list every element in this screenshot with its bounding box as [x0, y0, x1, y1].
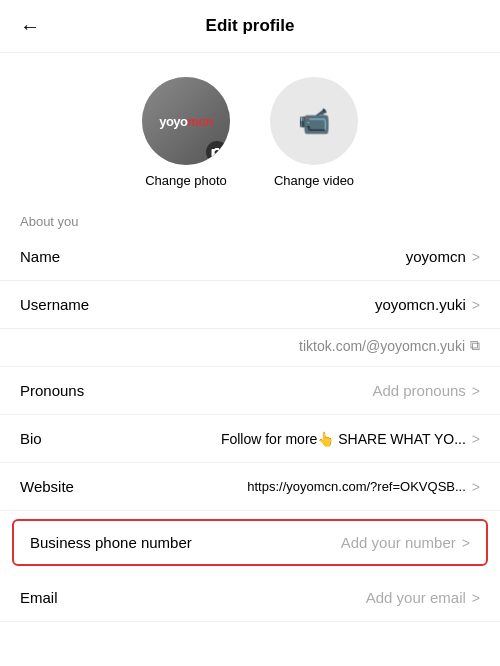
- avatar-logo: yoyomcn: [159, 114, 213, 129]
- pronouns-chevron-icon: >: [472, 383, 480, 399]
- email-value-group: Add your email >: [366, 589, 480, 606]
- change-photo-label: Change photo: [145, 173, 227, 188]
- url-row[interactable]: tiktok.com/@yoyomcn.yuki ⧉: [0, 329, 500, 367]
- pronouns-label: Pronouns: [20, 382, 100, 399]
- email-value: Add your email: [366, 589, 466, 606]
- username-value-group: yoyomcn.yuki >: [375, 296, 480, 313]
- video-camera-icon: 📹: [298, 106, 330, 137]
- avatar: yoyomcn: [142, 77, 230, 165]
- pronouns-value: Add pronouns: [372, 382, 465, 399]
- bio-value: Follow for more👆 SHARE WHAT YO...: [221, 431, 466, 447]
- business-phone-field-row[interactable]: Business phone number Add your number >: [14, 521, 486, 564]
- bio-chevron-icon: >: [472, 431, 480, 447]
- url-value-group: tiktok.com/@yoyomcn.yuki ⧉: [299, 337, 480, 354]
- website-field-row[interactable]: Website https://yoyomcn.com/?ref=OKVQSB.…: [0, 463, 500, 511]
- email-field-row[interactable]: Email Add your email >: [0, 574, 500, 622]
- business-phone-highlighted-border: Business phone number Add your number >: [12, 519, 488, 566]
- website-chevron-icon: >: [472, 479, 480, 495]
- username-label: Username: [20, 296, 100, 313]
- business-phone-value-group: Add your number >: [341, 534, 470, 551]
- change-video-button[interactable]: 📹 Change video: [270, 77, 358, 188]
- name-label: Name: [20, 248, 100, 265]
- change-video-label: Change video: [274, 173, 354, 188]
- business-phone-value: Add your number: [341, 534, 456, 551]
- back-button[interactable]: ←: [20, 15, 40, 38]
- url-value: tiktok.com/@yoyomcn.yuki: [299, 338, 465, 354]
- copy-icon: ⧉: [470, 337, 480, 354]
- change-photo-button[interactable]: yoyomcn Change photo: [142, 77, 230, 188]
- bio-value-group: Follow for more👆 SHARE WHAT YO... >: [221, 431, 480, 447]
- name-value-group: yoyomcn >: [406, 248, 480, 265]
- pronouns-field-row[interactable]: Pronouns Add pronouns >: [0, 367, 500, 415]
- website-label: Website: [20, 478, 100, 495]
- media-section: yoyomcn Change photo 📹 Change video: [0, 53, 500, 204]
- username-chevron-icon: >: [472, 297, 480, 313]
- username-field-row[interactable]: Username yoyomcn.yuki >: [0, 281, 500, 329]
- business-phone-chevron-icon: >: [462, 535, 470, 551]
- website-value-group: https://yoyomcn.com/?ref=OKVQSB... >: [247, 479, 480, 495]
- website-value: https://yoyomcn.com/?ref=OKVQSB...: [247, 479, 466, 494]
- about-you-section-label: About you: [0, 204, 500, 233]
- username-value: yoyomcn.yuki: [375, 296, 466, 313]
- avatar-image: yoyomcn: [142, 77, 230, 165]
- name-value: yoyomcn: [406, 248, 466, 265]
- business-phone-label: Business phone number: [30, 534, 192, 551]
- pronouns-value-group: Add pronouns >: [372, 382, 480, 399]
- email-chevron-icon: >: [472, 590, 480, 606]
- bio-label: Bio: [20, 430, 100, 447]
- header: ← Edit profile: [0, 0, 500, 53]
- camera-overlay-icon: [206, 141, 228, 163]
- name-chevron-icon: >: [472, 249, 480, 265]
- name-field-row[interactable]: Name yoyomcn >: [0, 233, 500, 281]
- bio-field-row[interactable]: Bio Follow for more👆 SHARE WHAT YO... >: [0, 415, 500, 463]
- video-circle: 📹: [270, 77, 358, 165]
- page-title: Edit profile: [206, 16, 295, 36]
- email-label: Email: [20, 589, 100, 606]
